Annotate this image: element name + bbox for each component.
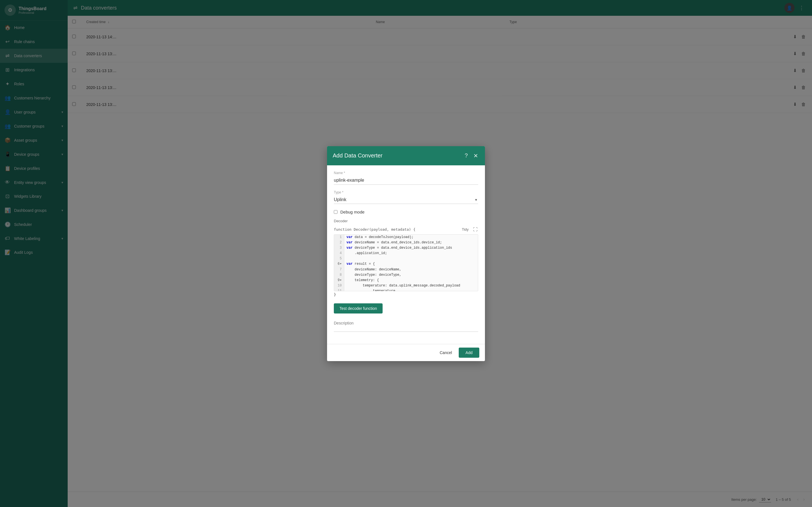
code-editor: 1var data = decodeToJson(payload);2var d…: [334, 234, 478, 291]
code-line: 6▾var result = {: [334, 262, 478, 267]
code-line: 2var deviceName = data.end_device_ids.de…: [334, 240, 478, 245]
dialog-body: Name * Type * Uplink Downlink ▾: [327, 165, 485, 344]
line-content: var deviceName = data.end_device_ids.dev…: [344, 240, 444, 245]
line-number: 7: [334, 267, 344, 272]
code-function-line: function Decoder(payload, metadata) { Ti…: [334, 225, 478, 234]
test-decoder-button[interactable]: Test decoder function: [334, 303, 383, 314]
help-button[interactable]: ?: [463, 151, 469, 160]
line-content: deviceType: deviceType,: [344, 272, 403, 278]
line-number: 1: [334, 235, 344, 240]
code-line: 5: [334, 256, 478, 262]
line-number: 6▾: [334, 262, 344, 267]
code-line: 1var data = decodeToJson(payload);: [334, 235, 478, 240]
line-content: .temperature: [344, 288, 398, 291]
debug-mode-row: Debug mode: [334, 210, 478, 214]
add-data-converter-dialog: Add Data Converter ? ✕ Name * Type * U: [327, 146, 485, 361]
dialog-title: Add Data Converter: [333, 152, 460, 159]
line-content: var result = {: [344, 262, 377, 267]
code-line: 8 deviceType: deviceType,: [334, 272, 478, 278]
name-label: Name *: [334, 171, 478, 175]
type-select-wrap: Uplink Downlink ▾: [334, 195, 478, 204]
line-content: .application_id;: [344, 251, 389, 256]
tidy-button[interactable]: Tidy: [460, 227, 470, 232]
line-content: temperature: data.uplink_message.decoded…: [344, 283, 462, 288]
code-line: 9▾ telemetry: {: [334, 278, 478, 283]
function-signature: function Decoder(payload, metadata) {: [334, 227, 416, 231]
name-field: Name *: [334, 171, 478, 185]
description-input[interactable]: [334, 319, 478, 332]
description-field-container: [334, 319, 478, 333]
line-content: deviceName: deviceName,: [344, 267, 403, 272]
decoder-section: Decoder function Decoder(payload, metada…: [334, 219, 478, 298]
line-number: 11: [334, 288, 344, 291]
dialog-footer: Cancel Add: [327, 344, 485, 361]
line-number: 8: [334, 272, 344, 278]
type-label: Type *: [334, 190, 478, 194]
dialog-header: Add Data Converter ? ✕: [327, 146, 485, 165]
line-content: var deviceType = data.end_device_ids.app…: [344, 245, 454, 251]
code-closing: }: [334, 291, 478, 298]
code-actions: Tidy ⛶: [460, 226, 478, 233]
code-line: 11 .temperature: [334, 288, 478, 291]
cancel-button[interactable]: Cancel: [435, 348, 456, 358]
debug-mode-label[interactable]: Debug mode: [340, 210, 364, 214]
code-lines[interactable]: 1var data = decodeToJson(payload);2var d…: [334, 235, 478, 291]
line-content: var data = decodeToJson(payload);: [344, 235, 416, 240]
debug-mode-checkbox[interactable]: [334, 210, 338, 214]
name-input[interactable]: [334, 176, 478, 185]
line-number: 10: [334, 283, 344, 288]
code-line: 4 .application_id;: [334, 251, 478, 256]
line-number: 5: [334, 256, 344, 262]
expand-editor-button[interactable]: ⛶: [472, 226, 478, 233]
add-button[interactable]: Add: [459, 348, 479, 358]
code-line: 10 temperature: data.uplink_message.deco…: [334, 283, 478, 288]
dialog-overlay[interactable]: Add Data Converter ? ✕ Name * Type * U: [0, 0, 812, 507]
line-number: 2: [334, 240, 344, 245]
line-content: telemetry: {: [344, 278, 381, 283]
code-line: 7 deviceName: deviceName,: [334, 267, 478, 272]
line-number: 9▾: [334, 278, 344, 283]
type-select[interactable]: Uplink Downlink: [334, 195, 478, 204]
line-number: 3: [334, 245, 344, 251]
type-field: Type * Uplink Downlink ▾: [334, 190, 478, 204]
decoder-label: Decoder: [334, 219, 478, 223]
line-number: 4: [334, 251, 344, 256]
code-line: 3var deviceType = data.end_device_ids.ap…: [334, 245, 478, 251]
close-dialog-button[interactable]: ✕: [472, 151, 479, 160]
